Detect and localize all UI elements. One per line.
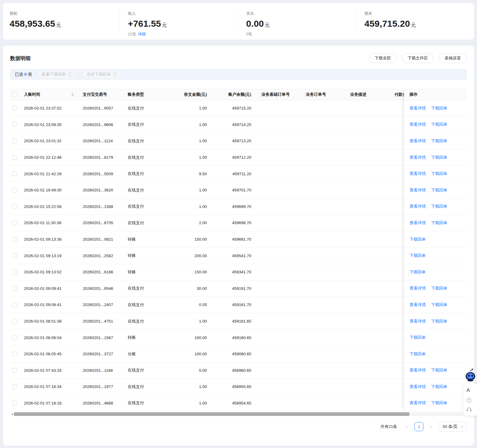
download-all-button[interactable]: 下载全部 bbox=[369, 53, 397, 63]
row-checkbox[interactable] bbox=[12, 368, 17, 373]
previous-page-icon[interactable]: ‹ bbox=[404, 424, 410, 430]
entry-time-cell: 2026-02-01 07:43:33 bbox=[24, 362, 83, 379]
row-checkbox[interactable] bbox=[12, 352, 17, 356]
order-cell bbox=[306, 166, 350, 182]
row-checkbox[interactable] bbox=[12, 204, 17, 209]
download-receipt-link[interactable]: 下载回单 bbox=[431, 319, 447, 324]
headset-icon[interactable] bbox=[467, 407, 472, 412]
income-detail-link[interactable]: 详细 bbox=[138, 32, 146, 36]
row-checkbox-cell bbox=[10, 133, 24, 149]
ai-assistant-label[interactable]: A bbox=[467, 387, 477, 393]
table-settings-button[interactable]: 表格设置 bbox=[439, 53, 467, 63]
amount-cell: 9.50 bbox=[173, 166, 217, 182]
table-row: 2026-02-01 07:16:34 20260201...1977 在线支付… bbox=[10, 379, 419, 395]
toolbar: 下载全部 下载文件区 表格设置 bbox=[369, 53, 467, 63]
scrollbar-track[interactable] bbox=[14, 412, 463, 416]
download-receipt-link[interactable]: 下载回单 bbox=[410, 351, 426, 357]
operations-row: 查看详情下载回单 bbox=[404, 395, 467, 412]
download-receipt-link[interactable]: 下载回单 bbox=[431, 368, 447, 373]
row-checkbox-cell bbox=[10, 395, 24, 411]
info-icon: i bbox=[68, 72, 72, 77]
order-cell bbox=[306, 182, 350, 198]
page-size-select[interactable]: 50 条/页 bbox=[438, 422, 467, 431]
view-details-link[interactable]: 查看详情 bbox=[410, 122, 426, 127]
operations-row: 查看详情下载回单 bbox=[404, 182, 467, 199]
download-receipt-link[interactable]: 下载回单 bbox=[431, 384, 447, 389]
download-receipt-link[interactable]: 下载回单 bbox=[431, 155, 447, 160]
view-details-link[interactable]: 查看详情 bbox=[410, 400, 426, 406]
scroll-left-icon[interactable]: ◂ bbox=[10, 412, 14, 416]
row-checkbox[interactable] bbox=[12, 221, 17, 225]
view-details-link[interactable]: 查看详情 bbox=[410, 286, 426, 291]
row-checkbox[interactable] bbox=[12, 302, 17, 307]
view-details-link[interactable]: 查看详情 bbox=[410, 220, 426, 226]
row-checkbox[interactable] bbox=[12, 253, 17, 258]
row-checkbox[interactable] bbox=[12, 139, 17, 143]
row-checkbox[interactable] bbox=[12, 270, 17, 275]
select-all-checkbox[interactable] bbox=[12, 92, 17, 97]
sort-descending-icon bbox=[71, 95, 74, 97]
download-receipt-link[interactable]: 下载回单 bbox=[431, 302, 447, 308]
row-checkbox[interactable] bbox=[12, 319, 17, 324]
download-receipt-link[interactable]: 下载回单 bbox=[431, 171, 447, 176]
operations-row: 下载回单 bbox=[404, 346, 467, 362]
row-checkbox[interactable] bbox=[12, 335, 17, 340]
download-receipt-link[interactable]: 下载回单 bbox=[410, 269, 426, 275]
row-checkbox[interactable] bbox=[12, 188, 17, 193]
transaction-id-cell: 20260201...1588 bbox=[83, 199, 128, 215]
view-details-link[interactable]: 查看详情 bbox=[410, 138, 426, 144]
view-details-link[interactable]: 查看详情 bbox=[410, 384, 426, 389]
account-type-cell: 在线支付 bbox=[128, 362, 173, 379]
view-details-link[interactable]: 查看详情 bbox=[410, 204, 426, 209]
row-checkbox[interactable] bbox=[12, 122, 17, 127]
download-receipt-link[interactable]: 下载回单 bbox=[431, 138, 447, 144]
help-icon[interactable]: ? bbox=[467, 398, 471, 403]
row-checkbox[interactable] bbox=[12, 384, 17, 389]
merge-download-receipts-button[interactable]: 合并下载回单i bbox=[82, 70, 122, 79]
download-file-area-button[interactable]: 下载文件区 bbox=[402, 53, 434, 63]
download-receipt-link[interactable]: 下载回单 bbox=[431, 122, 447, 127]
view-details-link[interactable]: 查看详情 bbox=[410, 106, 426, 111]
account-type-cell: 在线支付 bbox=[128, 215, 173, 231]
unit-label: 元 bbox=[56, 23, 61, 28]
download-receipt-link[interactable]: 下载回单 bbox=[431, 400, 447, 406]
download-receipt-link[interactable]: 下载回单 bbox=[431, 188, 447, 193]
sort-icon[interactable] bbox=[71, 93, 74, 97]
download-receipt-link[interactable]: 下载回单 bbox=[431, 286, 447, 291]
download-receipt-link[interactable]: 下载回单 bbox=[410, 335, 426, 340]
page-title: 数据明细 bbox=[10, 55, 31, 62]
view-details-link[interactable]: 查看详情 bbox=[410, 188, 426, 193]
view-details-link[interactable]: 查看详情 bbox=[410, 319, 426, 324]
row-checkbox-cell bbox=[10, 149, 24, 166]
batch-download-receipts-button[interactable]: 批量下载回单i bbox=[37, 70, 77, 79]
download-receipt-link[interactable]: 下载回单 bbox=[410, 237, 426, 242]
entry-time-cell: 2026-02-01 15:22:58 bbox=[24, 199, 83, 215]
download-receipt-link[interactable]: 下载回单 bbox=[431, 204, 447, 209]
view-details-link[interactable]: 查看详情 bbox=[410, 171, 426, 176]
row-checkbox[interactable] bbox=[12, 106, 17, 111]
row-checkbox[interactable] bbox=[12, 286, 17, 291]
download-receipt-link[interactable]: 下载回单 bbox=[410, 253, 426, 258]
row-checkbox[interactable] bbox=[12, 237, 17, 242]
transaction-id-cell: 20260201...1567 bbox=[83, 329, 128, 346]
download-receipt-link[interactable]: 下载回单 bbox=[431, 220, 447, 226]
scrollbar-thumb[interactable] bbox=[14, 412, 409, 416]
row-checkbox[interactable] bbox=[12, 171, 17, 176]
row-checkbox[interactable] bbox=[12, 155, 17, 160]
column-header-entry-time[interactable]: 入账时间 bbox=[24, 89, 83, 100]
total-count-text: 共有21条 bbox=[380, 424, 397, 429]
view-details-link[interactable]: 查看详情 bbox=[410, 302, 426, 308]
balance-cell: 459160.65 bbox=[217, 329, 261, 346]
row-checkbox-cell bbox=[10, 182, 24, 198]
next-page-icon[interactable]: › bbox=[428, 424, 434, 430]
page-number-button[interactable]: 1 bbox=[414, 422, 423, 431]
view-details-link[interactable]: 查看详情 bbox=[410, 368, 426, 373]
view-details-link[interactable]: 查看详情 bbox=[410, 155, 426, 160]
robot-icon[interactable] bbox=[463, 368, 477, 382]
account-type-cell: 在线支付 bbox=[128, 297, 173, 313]
entry-time-cell: 2026-02-01 23:37:52 bbox=[24, 100, 83, 116]
account-type-cell: 在线支付 bbox=[128, 199, 173, 215]
row-checkbox[interactable] bbox=[12, 401, 17, 405]
download-receipt-link[interactable]: 下载回单 bbox=[431, 106, 447, 111]
description-cell bbox=[350, 248, 395, 264]
